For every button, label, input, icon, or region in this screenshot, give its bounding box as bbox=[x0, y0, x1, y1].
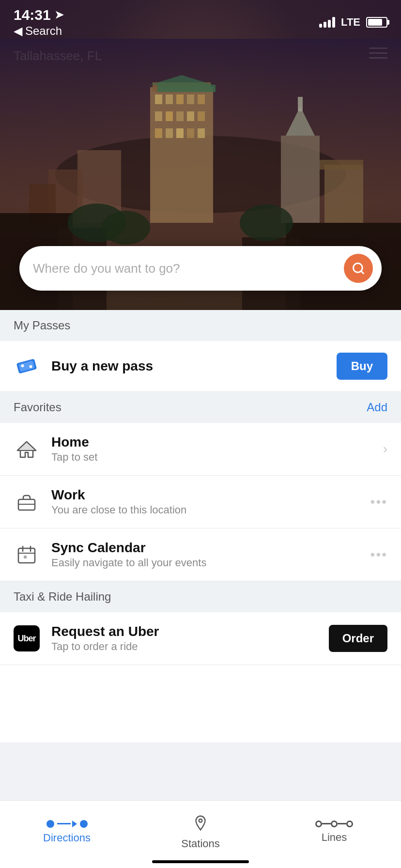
directions-label: Directions bbox=[43, 832, 91, 844]
sync-calendar-item[interactable]: Sync Calendar Easily navigate to all you… bbox=[0, 528, 401, 581]
work-more-button[interactable]: ••• bbox=[370, 494, 387, 510]
buy-button[interactable]: Buy bbox=[337, 353, 387, 380]
status-time: 14:31 ➤ bbox=[14, 7, 63, 23]
uber-title: Request an Uber bbox=[51, 624, 317, 639]
svg-rect-48 bbox=[24, 556, 27, 558]
back-button[interactable]: ◀ Search bbox=[14, 24, 63, 38]
back-arrow-icon: ◀ bbox=[14, 24, 22, 38]
pass-icon bbox=[14, 353, 40, 379]
lte-label: LTE bbox=[341, 16, 360, 29]
svg-point-35 bbox=[240, 204, 293, 241]
house-icon bbox=[15, 438, 38, 460]
taxi-title: Taxi & Ride Hailing bbox=[14, 590, 111, 603]
buy-pass-text: Buy a new pass bbox=[51, 358, 325, 374]
tab-stations[interactable]: Stations bbox=[134, 809, 267, 850]
uber-text: Request an Uber Tap to order a ride bbox=[51, 624, 317, 653]
home-icon bbox=[14, 436, 40, 462]
svg-rect-15 bbox=[166, 128, 173, 138]
location-arrow-icon: ➤ bbox=[55, 9, 63, 21]
home-bar bbox=[152, 860, 249, 863]
svg-rect-44 bbox=[18, 548, 35, 563]
status-left: 14:31 ➤ ◀ Search bbox=[14, 7, 63, 38]
briefcase-icon bbox=[15, 491, 38, 513]
favorites-add-button[interactable]: Add bbox=[367, 401, 387, 414]
search-bar-container bbox=[19, 246, 382, 291]
home-favorite-item[interactable]: Home Tap to set › bbox=[0, 423, 401, 476]
order-button[interactable]: Order bbox=[329, 625, 387, 652]
signal-icon bbox=[319, 17, 335, 28]
home-text: Home Tap to set bbox=[51, 434, 371, 464]
buy-pass-item: Buy a new pass Buy bbox=[0, 341, 401, 392]
directions-icon bbox=[46, 820, 88, 828]
status-bar: 14:31 ➤ ◀ Search LTE bbox=[0, 0, 401, 42]
directions-dot-right bbox=[80, 820, 88, 828]
svg-rect-18 bbox=[198, 128, 205, 138]
uber-logo: Uber bbox=[14, 625, 40, 651]
location-pin-icon bbox=[192, 814, 209, 832]
content-area: My Passes Buy a new pass Buy Favorites A… bbox=[0, 310, 401, 743]
lines-label: Lines bbox=[322, 831, 347, 844]
sync-calendar-title: Sync Calendar bbox=[51, 540, 359, 556]
battery-icon bbox=[366, 17, 387, 28]
home-chevron: › bbox=[383, 441, 387, 457]
buy-pass-title: Buy a new pass bbox=[51, 358, 325, 374]
ticket-icon bbox=[15, 355, 38, 377]
home-subtitle: Tap to set bbox=[51, 451, 371, 464]
sync-calendar-more-button[interactable]: ••• bbox=[370, 547, 387, 562]
sync-calendar-text: Sync Calendar Easily navigate to all you… bbox=[51, 540, 359, 569]
uber-logo-text: Uber bbox=[14, 625, 40, 651]
hero-section: 14:31 ➤ ◀ Search LTE Tallahassee, FL bbox=[0, 0, 401, 310]
svg-rect-11 bbox=[176, 111, 184, 121]
work-subtitle: You are close to this location bbox=[51, 504, 359, 516]
svg-point-34 bbox=[102, 211, 150, 245]
tab-lines[interactable]: Lines bbox=[267, 816, 401, 844]
svg-rect-6 bbox=[176, 94, 184, 104]
line-circle-1 bbox=[315, 821, 322, 827]
uber-order-action: Order bbox=[329, 625, 387, 652]
my-passes-title: My Passes bbox=[14, 319, 70, 332]
svg-rect-24 bbox=[281, 136, 320, 223]
calendar-svg-icon bbox=[15, 543, 38, 566]
svg-rect-12 bbox=[187, 111, 194, 121]
svg-rect-7 bbox=[187, 94, 194, 104]
svg-rect-17 bbox=[187, 128, 194, 138]
sync-calendar-subtitle: Easily navigate to all your events bbox=[51, 557, 359, 569]
favorites-header: Favorites Add bbox=[0, 392, 401, 423]
line-circle-3 bbox=[346, 821, 353, 827]
svg-rect-27 bbox=[324, 165, 363, 223]
svg-point-49 bbox=[199, 819, 202, 822]
line-circle-2 bbox=[331, 821, 338, 827]
svg-rect-9 bbox=[155, 111, 162, 121]
search-icon bbox=[352, 262, 365, 275]
work-text: Work You are close to this location bbox=[51, 487, 359, 516]
work-title: Work bbox=[51, 487, 359, 503]
time-display: 14:31 bbox=[14, 7, 51, 23]
search-bar bbox=[19, 246, 382, 291]
svg-rect-26 bbox=[298, 97, 303, 111]
favorites-title: Favorites bbox=[14, 401, 62, 414]
work-favorite-item[interactable]: Work You are close to this location ••• bbox=[0, 476, 401, 528]
uber-item: Uber Request an Uber Tap to order a ride… bbox=[0, 612, 401, 665]
status-right: LTE bbox=[319, 16, 387, 29]
svg-rect-14 bbox=[155, 128, 162, 138]
svg-rect-16 bbox=[176, 128, 184, 138]
svg-marker-41 bbox=[17, 442, 36, 450]
svg-rect-10 bbox=[166, 111, 173, 121]
line-segment-1 bbox=[322, 823, 331, 824]
search-input[interactable] bbox=[33, 261, 338, 276]
svg-rect-19 bbox=[157, 85, 216, 92]
svg-rect-13 bbox=[198, 111, 205, 121]
uber-subtitle: Tap to order a ride bbox=[51, 640, 317, 653]
calendar-icon bbox=[14, 542, 40, 568]
tab-directions[interactable]: Directions bbox=[0, 815, 134, 844]
svg-rect-2 bbox=[150, 87, 213, 223]
search-button[interactable] bbox=[344, 254, 373, 283]
taxi-header: Taxi & Ride Hailing bbox=[0, 581, 401, 612]
line-segment-2 bbox=[338, 823, 346, 824]
my-passes-header: My Passes bbox=[0, 310, 401, 341]
stations-label: Stations bbox=[181, 837, 220, 850]
svg-rect-8 bbox=[198, 94, 205, 104]
directions-arrow bbox=[57, 821, 77, 827]
work-icon bbox=[14, 489, 40, 515]
svg-rect-5 bbox=[166, 94, 173, 104]
